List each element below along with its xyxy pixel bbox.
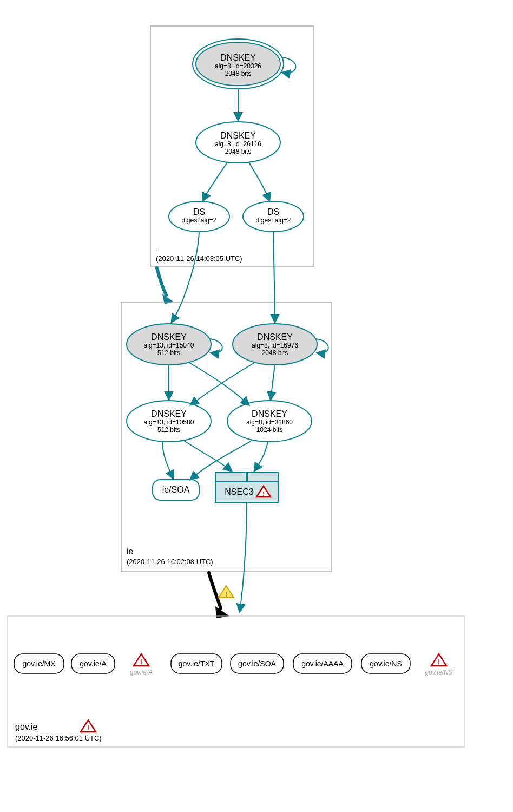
svg-text:512 bits: 512 bits: [157, 349, 180, 357]
svg-text:gov.ie/MX: gov.ie/MX: [22, 659, 56, 668]
svg-text:2048 bits: 2048 bits: [225, 70, 252, 77]
svg-text:gov.ie/SOA: gov.ie/SOA: [238, 659, 276, 668]
svg-text:gov.ie/AAAA: gov.ie/AAAA: [301, 659, 344, 668]
edge-ie-zsk2-nsec: [254, 442, 268, 471]
svg-text:NSEC3: NSEC3: [225, 487, 253, 496]
svg-text:gov.ie/A: gov.ie/A: [80, 659, 107, 668]
svg-marker-39: [215, 606, 229, 618]
rrset-gov-a: gov.ie/A: [71, 654, 115, 673]
node-ie-nsec3: NSEC3 !: [215, 472, 278, 502]
edge-nsec-govie: [240, 502, 247, 612]
svg-text:alg=8, id=31860: alg=8, id=31860: [246, 418, 293, 426]
svg-text:DS: DS: [193, 207, 205, 217]
edge-ie-to-govie-thick: [209, 573, 221, 608]
zone-ts-root: (2020-11-26 14:03:05 UTC): [156, 254, 242, 263]
rrset-gov-txt: gov.ie/TXT: [171, 654, 222, 673]
rrset-gov-aaaa: gov.ie/AAAA: [293, 654, 352, 673]
edge-ds1-ie-ksk1: [172, 232, 199, 322]
svg-text:DNSKEY: DNSKEY: [220, 53, 256, 62]
svg-text:alg=8, id=16976: alg=8, id=16976: [252, 342, 298, 349]
svg-text:alg=8, id=26116: alg=8, id=26116: [215, 140, 261, 148]
zone-label-govie: gov.ie: [15, 722, 38, 731]
svg-text:2048 bits: 2048 bits: [225, 148, 252, 155]
rrset-gov-ns: gov.ie/NS: [361, 654, 410, 673]
node-root-zsk: DNSKEY alg=8, id=26116 2048 bits: [196, 122, 280, 163]
error-icon: !: [431, 654, 446, 666]
svg-text:alg=8, id=20326: alg=8, id=20326: [215, 62, 261, 70]
node-ie-zsk1: DNSKEY alg=13, id=10580 512 bits: [127, 401, 211, 442]
svg-text:DNSKEY: DNSKEY: [151, 332, 187, 342]
zone-ts-govie: (2020-11-26 16:56:01 UTC): [15, 734, 102, 742]
edge-ds2-ie-ksk2: [273, 232, 275, 322]
svg-text:digest alg=2: digest alg=2: [255, 217, 291, 224]
node-ie-zsk2: DNSKEY alg=8, id=31860 1024 bits: [227, 401, 312, 442]
zone-label-ie: ie: [127, 547, 134, 556]
node-root-ksk: DNSKEY alg=8, id=20326 2048 bits: [193, 39, 284, 89]
node-ie-ksk1: DNSKEY alg=13, id=15040 512 bits: [127, 324, 211, 365]
edge-ie-ksk2-zsk2: [271, 365, 275, 400]
svg-text:!: !: [140, 658, 142, 666]
svg-text:gov.ie/NS: gov.ie/NS: [370, 659, 402, 668]
svg-text:!: !: [438, 658, 440, 666]
svg-text:alg=13, id=15040: alg=13, id=15040: [144, 342, 194, 349]
svg-text:gov.ie/TXT: gov.ie/TXT: [179, 659, 215, 668]
edge-ie-zsk1-soa: [162, 442, 173, 479]
rrset-gov-soa: gov.ie/SOA: [231, 654, 284, 673]
svg-text:2048 bits: 2048 bits: [262, 349, 288, 357]
svg-text:DNSKEY: DNSKEY: [252, 409, 287, 418]
zone-label-root: .: [156, 244, 158, 253]
svg-text:1024 bits: 1024 bits: [256, 426, 283, 434]
edge-root-zsk-ds1: [203, 162, 227, 201]
svg-text:DNSKEY: DNSKEY: [220, 131, 256, 140]
svg-text:alg=13, id=10580: alg=13, id=10580: [144, 418, 194, 426]
node-root-ds2: DS digest alg=2: [243, 201, 304, 232]
svg-text:DNSKEY: DNSKEY: [257, 332, 293, 342]
error-icon: !: [134, 654, 149, 666]
svg-text:!: !: [87, 724, 89, 732]
zone-box-govie: [8, 616, 464, 747]
rrset-gov-ns-error: ! gov.ie/NS: [425, 654, 452, 676]
node-root-ds1: DS digest alg=2: [169, 201, 229, 232]
svg-text:gov.ie/A: gov.ie/A: [130, 669, 153, 676]
svg-text:512 bits: 512 bits: [157, 426, 180, 434]
rrset-gov-mx: gov.ie/MX: [14, 654, 64, 673]
warning-icon: !: [219, 586, 234, 598]
rrset-gov-a-error: ! gov.ie/A: [130, 654, 153, 676]
edge-ie-ksk1-self: [210, 339, 222, 353]
edge-ie-ksk2-self: [316, 339, 328, 353]
edge-root-zsk-ds2: [249, 162, 269, 201]
svg-text:DNSKEY: DNSKEY: [151, 409, 187, 418]
error-icon: !: [81, 720, 96, 732]
zone-ts-ie: (2020-11-26 16:02:08 UTC): [127, 558, 213, 566]
edge-root-to-ie-thick: [157, 268, 166, 295]
svg-text:ie/SOA: ie/SOA: [162, 485, 190, 494]
svg-text:!: !: [225, 591, 227, 598]
svg-marker-15: [162, 294, 173, 304]
svg-text:digest alg=2: digest alg=2: [181, 217, 216, 224]
node-ie-soa: ie/SOA: [153, 480, 199, 500]
node-ie-ksk2: DNSKEY alg=8, id=16976 2048 bits: [233, 324, 317, 365]
svg-text:DS: DS: [267, 207, 279, 217]
svg-text:!: !: [262, 490, 265, 497]
svg-text:gov.ie/NS: gov.ie/NS: [425, 669, 452, 676]
